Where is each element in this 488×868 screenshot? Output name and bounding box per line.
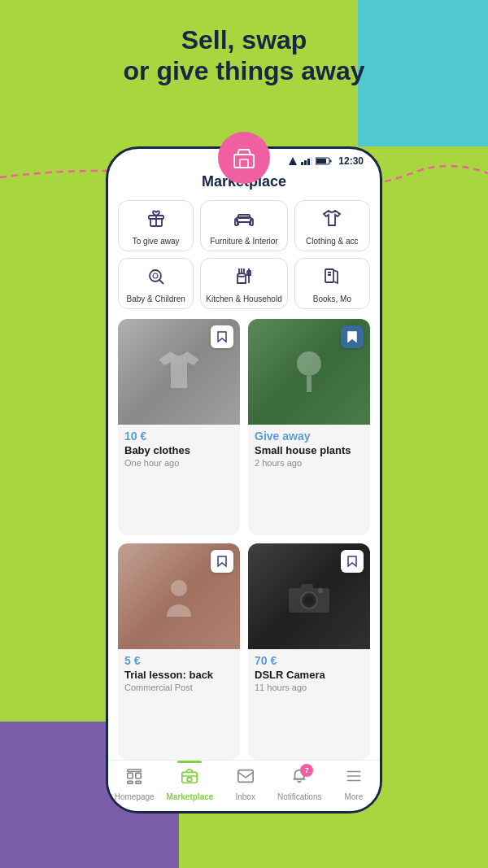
category-clothing[interactable]: Clothing & acc [294, 200, 370, 251]
homepage-nav-icon [125, 767, 143, 790]
bookmark-house-plants[interactable] [341, 325, 364, 348]
svg-point-29 [171, 580, 187, 596]
notifications-nav-label: Notifications [277, 792, 321, 801]
books-label: Books, Mo [300, 294, 364, 303]
active-bar [177, 761, 202, 763]
listing-baby-clothes[interactable]: 10 € Baby clothes One hour ago [118, 319, 240, 535]
listing-trial-lesson[interactable]: 5 € Trial lesson: back Commercial Post [118, 543, 240, 760]
listing-dslr-camera[interactable]: 70 € DSLR Camera 11 hours ago [248, 543, 370, 760]
trial-lesson-time: Commercial Post [124, 683, 233, 692]
nav-marketplace[interactable]: Marketplace [167, 767, 214, 801]
svg-rect-31 [301, 584, 313, 591]
headline: Sell, swap or give things away [0, 24, 488, 87]
svg-point-19 [150, 270, 161, 281]
baby-label: Baby & Children [124, 294, 188, 303]
clothing-label: Clothing & acc [300, 237, 364, 246]
more-nav-label: More [344, 792, 363, 801]
svg-rect-8 [330, 160, 332, 163]
baby-clothes-time: One hour ago [124, 458, 233, 468]
dslr-camera-info: 70 € DSLR Camera 11 hours ago [248, 649, 370, 699]
signal-icon [288, 156, 298, 166]
nav-homepage[interactable]: Homepage [114, 767, 155, 801]
house-plants-info: Give away Small house plants 2 hours ago [248, 425, 370, 474]
category-baby[interactable]: Baby & Children [118, 258, 194, 309]
furniture-label: Furniture & Interior [206, 237, 281, 246]
marketplace-nav-icon [181, 767, 198, 790]
trial-lesson-info: 5 € Trial lesson: back Commercial Post [118, 649, 240, 699]
trial-lesson-price: 5 € [124, 654, 233, 667]
category-furniture[interactable]: Furniture & Interior [200, 200, 287, 251]
svg-rect-28 [307, 376, 312, 392]
svg-rect-5 [307, 159, 310, 165]
svg-point-27 [297, 351, 321, 376]
notification-badge: 7 [300, 764, 313, 777]
svg-point-22 [237, 273, 246, 277]
dslr-camera-time: 11 hours ago [255, 683, 364, 692]
nav-more[interactable]: More [333, 767, 374, 801]
svg-rect-24 [325, 269, 333, 282]
kitchen-icon [234, 267, 254, 291]
baby-clothes-image [118, 319, 240, 425]
listing-house-plants[interactable]: Give away Small house plants 2 hours ago [248, 319, 370, 535]
give-away-label: To give away [124, 237, 188, 246]
bookmark-dslr-camera[interactable] [341, 550, 364, 573]
svg-line-20 [159, 280, 163, 284]
category-books[interactable]: Books, Mo [294, 258, 370, 309]
svg-rect-37 [128, 781, 133, 783]
svg-marker-2 [289, 157, 297, 165]
svg-point-21 [153, 273, 158, 278]
marketplace-nav-label: Marketplace [167, 792, 214, 801]
house-plants-price: Give away [255, 430, 364, 443]
svg-rect-39 [128, 770, 142, 772]
trial-lesson-image [118, 543, 240, 649]
listings-grid: 10 € Baby clothes One hour ago [108, 309, 380, 760]
svg-rect-35 [128, 773, 133, 778]
svg-rect-9 [316, 159, 326, 164]
house-plants-image [248, 319, 370, 425]
svg-rect-1 [240, 159, 248, 168]
svg-point-33 [304, 595, 314, 605]
category-kitchen[interactable]: Kitchen & Household [200, 258, 287, 309]
shop-icon [231, 145, 257, 171]
books-icon [322, 267, 342, 291]
baby-icon [146, 267, 166, 291]
phone-frame: 12:30 Marketplace To give away [106, 146, 382, 813]
clothing-icon [322, 209, 342, 233]
svg-rect-3 [301, 162, 303, 165]
svg-rect-36 [136, 773, 141, 778]
house-plants-time: 2 hours ago [255, 458, 364, 468]
svg-rect-0 [234, 155, 254, 168]
svg-rect-42 [238, 770, 253, 783]
bookmark-trial-lesson[interactable] [211, 550, 233, 573]
brand-icon-circle [218, 132, 270, 184]
svg-rect-38 [136, 781, 141, 783]
bookmark-baby-clothes[interactable] [211, 325, 233, 348]
kitchen-label: Kitchen & Household [206, 294, 281, 303]
more-nav-icon [345, 767, 363, 790]
svg-rect-6 [311, 157, 312, 165]
dslr-camera-image [248, 543, 370, 649]
battery-icon [316, 157, 332, 165]
status-icons: 12:30 [288, 155, 364, 167]
homepage-nav-label: Homepage [115, 792, 155, 801]
time-display: 12:30 [338, 155, 364, 167]
nav-notifications[interactable]: 7 Notifications [277, 767, 321, 801]
svg-point-34 [318, 588, 323, 593]
inbox-nav-label: Inbox [235, 792, 255, 801]
category-give-away[interactable]: To give away [118, 200, 194, 251]
inbox-nav-icon [237, 767, 255, 790]
give-away-icon [146, 209, 166, 233]
header-section: Sell, swap or give things away [0, 24, 488, 87]
wifi-icon [301, 157, 312, 165]
furniture-icon [234, 209, 254, 233]
svg-rect-4 [304, 160, 307, 165]
bottom-navigation: Homepage Marketplace Inbox [108, 760, 380, 811]
baby-clothes-info: 10 € Baby clothes One hour ago [118, 425, 240, 474]
svg-rect-14 [238, 215, 250, 218]
trial-lesson-title: Trial lesson: back [124, 669, 233, 681]
svg-rect-41 [188, 778, 193, 782]
nav-inbox[interactable]: Inbox [225, 767, 266, 801]
category-grid: To give away Furniture & Interior [108, 200, 380, 309]
baby-clothes-price: 10 € [124, 430, 233, 443]
baby-clothes-title: Baby clothes [124, 444, 233, 456]
